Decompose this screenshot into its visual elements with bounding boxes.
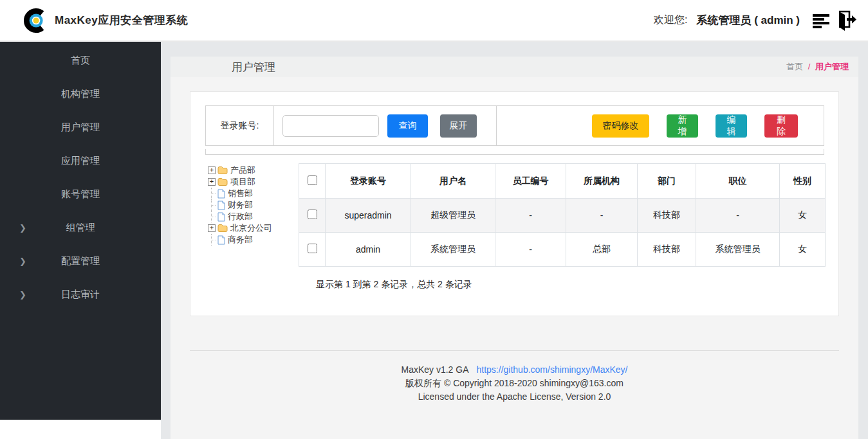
cell-username: 系统管理员 bbox=[411, 233, 495, 267]
column-header-employee-no: 员工编号 bbox=[495, 164, 566, 199]
chevron-right-icon: ❯ bbox=[19, 290, 26, 300]
file-icon bbox=[217, 189, 225, 199]
cell-department: 科技部 bbox=[638, 233, 696, 267]
sidebar-item-app-management[interactable]: 应用管理 bbox=[0, 144, 161, 177]
menu-list-icon[interactable] bbox=[813, 13, 830, 28]
tree-expand-icon[interactable]: + bbox=[208, 166, 216, 174]
query-button[interactable]: 查询 bbox=[387, 114, 428, 138]
tree-node-label[interactable]: 行政部 bbox=[228, 211, 253, 222]
breadcrumb: 首页 / 用户管理 bbox=[786, 61, 849, 73]
department-tree: + 产品部 + 项目部 销售部 bbox=[208, 163, 299, 291]
footer-version-line: MaxKey v1.2 GAhttps://github.com/shiming… bbox=[171, 363, 858, 377]
tree-node: + 产品部 bbox=[208, 165, 299, 176]
folder-icon bbox=[217, 177, 228, 186]
page-title: 用户管理 bbox=[232, 60, 275, 75]
tree-node: + 北京分公司 bbox=[208, 222, 299, 234]
tree-node-label[interactable]: 项目部 bbox=[230, 176, 255, 188]
user-area: 欢迎您: 系统管理员 ( admin ) bbox=[654, 10, 857, 31]
login-account-label: 登录账号: bbox=[206, 106, 274, 145]
cell-position: - bbox=[696, 199, 780, 233]
tree-node: 财务部 bbox=[208, 199, 299, 211]
users-table: 登录账号 用户名 员工编号 所属机构 部门 职位 性别 bbox=[299, 163, 826, 267]
sidebar-item-label: 账号管理 bbox=[61, 188, 100, 201]
sidebar-item-account-management[interactable]: 账号管理 bbox=[0, 177, 161, 211]
folder-icon bbox=[217, 224, 228, 233]
logout-icon[interactable] bbox=[834, 10, 857, 31]
cell-username: 超级管理员 bbox=[411, 199, 495, 233]
tree-node-label[interactable]: 产品部 bbox=[230, 165, 255, 176]
app-header: MaxKey应用安全管理系统 欢迎您: 系统管理员 ( admin ) bbox=[0, 0, 868, 42]
change-password-button[interactable]: 密码修改 bbox=[592, 114, 649, 138]
footer-divider bbox=[190, 350, 839, 351]
titlebar: 用户管理 首页 / 用户管理 bbox=[171, 57, 858, 77]
tree-connector bbox=[208, 199, 216, 211]
sidebar-item-label: 首页 bbox=[71, 55, 90, 67]
row-checkbox[interactable] bbox=[308, 244, 317, 253]
select-all-checkbox[interactable] bbox=[308, 175, 317, 185]
tree-connector bbox=[208, 234, 216, 246]
table-row[interactable]: admin 系统管理员 - 总部 科技部 系统管理员 女 bbox=[299, 233, 826, 267]
file-icon bbox=[217, 235, 225, 245]
sidebar-item-log-audit[interactable]: ❯ 日志审计 bbox=[0, 278, 161, 311]
actions-cell: 密码修改 新增 编辑 删除 bbox=[496, 106, 824, 145]
cell-login: admin bbox=[326, 233, 411, 267]
main-area: 用户管理 首页 / 用户管理 登录账号: 查询 展开 密码修改 新增 编辑 bbox=[161, 42, 868, 439]
sidebar-item-label: 配置管理 bbox=[61, 255, 100, 267]
sidebar-item-config-management[interactable]: ❯ 配置管理 bbox=[0, 244, 161, 278]
footer-license: Licensed under the Apache License, Versi… bbox=[171, 390, 858, 404]
sidebar-item-home[interactable]: 首页 bbox=[0, 44, 161, 77]
tree-expand-icon[interactable]: + bbox=[208, 178, 216, 186]
tree-node: + 项目部 bbox=[208, 176, 299, 188]
sidebar-item-label: 组管理 bbox=[66, 222, 95, 234]
breadcrumb-home-link[interactable]: 首页 bbox=[786, 62, 803, 71]
expand-button[interactable]: 展开 bbox=[440, 114, 477, 138]
cell-department: 科技部 bbox=[638, 199, 696, 233]
body-row: + 产品部 + 项目部 销售部 bbox=[208, 163, 838, 291]
chevron-right-icon: ❯ bbox=[19, 223, 26, 233]
column-header-department: 部门 bbox=[638, 164, 696, 199]
cell-login: superadmin bbox=[326, 199, 411, 233]
table-row[interactable]: superadmin 超级管理员 - - 科技部 - 女 bbox=[299, 199, 826, 233]
tree-node-label[interactable]: 北京分公司 bbox=[230, 222, 272, 234]
sidebar-item-label: 日志审计 bbox=[61, 289, 100, 301]
tree-connector bbox=[208, 188, 216, 199]
cell-organization: 总部 bbox=[566, 233, 638, 267]
file-icon bbox=[217, 201, 225, 210]
tree-node-label[interactable]: 商务部 bbox=[228, 234, 253, 246]
column-header-gender: 性别 bbox=[780, 164, 826, 199]
file-icon bbox=[217, 212, 225, 222]
folder-icon bbox=[217, 166, 228, 175]
sidebar-item-label: 用户管理 bbox=[61, 121, 100, 134]
row-checkbox[interactable] bbox=[308, 210, 317, 219]
footer-copyright: 版权所有 © Copyright 2018-2020 shimingxy@163… bbox=[171, 377, 858, 390]
breadcrumb-separator: / bbox=[808, 62, 811, 71]
current-user-label: 系统管理员 ( admin ) bbox=[696, 13, 800, 28]
delete-button[interactable]: 删除 bbox=[764, 114, 798, 138]
breadcrumb-current: 用户管理 bbox=[815, 62, 849, 71]
sidebar-item-label: 机构管理 bbox=[61, 88, 100, 100]
cell-gender: 女 bbox=[780, 199, 826, 233]
github-link[interactable]: https://github.com/shimingxy/MaxKey/ bbox=[477, 364, 628, 375]
sidebar-item-user-management[interactable]: 用户管理 bbox=[0, 111, 161, 144]
search-cell: 查询 展开 bbox=[274, 106, 496, 145]
cell-employee-no: - bbox=[495, 199, 566, 233]
tree-expand-icon[interactable]: + bbox=[208, 224, 216, 232]
edit-button[interactable]: 编辑 bbox=[716, 114, 747, 138]
search-toolbar: 登录账号: 查询 展开 密码修改 新增 编辑 删除 bbox=[205, 105, 824, 146]
tree-connector bbox=[208, 211, 216, 222]
advanced-search-collapsed-strip bbox=[205, 149, 824, 155]
cell-employee-no: - bbox=[495, 233, 566, 267]
sidebar: 首页 机构管理 用户管理 应用管理 账号管理 ❯ 组管理 ❯ 配置管理 ❯ 日志… bbox=[0, 42, 161, 420]
brand: MaxKey应用安全管理系统 bbox=[24, 6, 188, 35]
add-button[interactable]: 新增 bbox=[667, 114, 698, 138]
records-summary: 显示第 1 到第 2 条记录，总共 2 条记录 bbox=[316, 279, 825, 291]
login-account-input[interactable] bbox=[282, 115, 379, 137]
footer-version: MaxKey v1.2 GA bbox=[401, 364, 468, 375]
cell-gender: 女 bbox=[780, 233, 826, 267]
cell-organization: - bbox=[566, 199, 638, 233]
tree-node-label[interactable]: 销售部 bbox=[228, 188, 253, 199]
sidebar-item-org-management[interactable]: 机构管理 bbox=[0, 77, 161, 111]
tree-node-label[interactable]: 财务部 bbox=[228, 199, 253, 211]
user-management-card: 登录账号: 查询 展开 密码修改 新增 编辑 删除 + bbox=[190, 91, 839, 316]
sidebar-item-group-management[interactable]: ❯ 组管理 bbox=[0, 211, 161, 244]
